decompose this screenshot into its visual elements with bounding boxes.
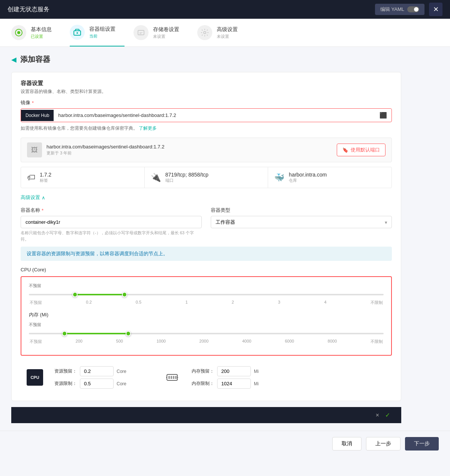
step-advanced-label: 高级设置 [217,26,238,33]
image-required: * [32,100,34,106]
mem-reserve-input[interactable] [217,366,251,376]
use-default-port-label: 使用默认端口 [351,147,380,153]
advanced-settings-toggle[interactable]: 高级设置 ∧ [21,194,392,201]
mem-slider-right-handle[interactable] [126,331,131,336]
mem-reserve-row: 内存预留： Mi [192,366,259,376]
cpu-label: CPU (Core) [21,267,392,272]
step-advanced-icon [197,25,212,40]
image-field-label: 镜像 * [21,99,392,106]
chevron-up-icon: ∧ [42,195,45,201]
tag-label: 标签 [40,178,51,183]
cpu-inputs-group: 资源预留： Core 资源限制： Core [54,366,126,389]
cpu-slider-left-handle[interactable] [72,292,78,297]
container-type-select[interactable]: 工作容器 [211,216,392,228]
mem-tick-5: 4000 [242,339,251,344]
yaml-toggle[interactable] [407,6,419,12]
bottom-cancel-icon[interactable]: × [376,412,379,419]
learn-more-link[interactable]: 了解更多 [139,126,157,131]
card-desc: 设置容器的镜像、名称、类型和计算资源。 [21,88,392,95]
mem-reserve-unit: Mi [254,369,259,374]
step-storage-icon [134,25,148,40]
docker-hub-tag: Docker Hub [21,110,54,121]
step-advanced[interactable]: 高级设置 未设置 [197,19,247,46]
svg-rect-7 [168,376,170,379]
image-meta-row: 🏷 1.7.2 标签 🔌 8719/tcp; 8858/tcp 端口 🐳 har… [21,167,392,188]
step-basic-label: 基本信息 [31,26,52,33]
mem-inputs-group: 内存预留： Mi 内存限制： Mi [192,366,259,389]
mem-tick-4: 2000 [200,339,208,344]
step-basic[interactable]: 基本信息 已设置 [11,19,61,46]
cpu-tick-6: 4 [324,300,327,305]
cpu-reserve-unit: Core [117,369,126,374]
cpu-slider-fill [75,294,124,295]
container-name-input[interactable] [21,216,202,228]
cpu-slider-track[interactable] [29,291,384,298]
port-value: 8719/tcp; 8858/tcp [165,172,208,178]
mem-limit-input[interactable] [217,379,251,389]
svg-point-3 [76,32,78,34]
mem-tick-1: 200 [76,339,82,344]
cpu-slider-right-handle[interactable] [122,292,127,297]
cpu-slider-area: 不预留 不预留 0.2 0.5 1 2 3 4 不限制 [21,276,392,356]
resource-inputs-row: CPU 资源预留： Core 资源限制： Core [21,362,392,393]
mem-limit-label: 内存限制： [192,380,214,387]
step-container[interactable]: 容器组设置 当前 [70,19,124,46]
mem-limit-row: 内存限制： Mi [192,379,259,389]
image-updated: 更新于 3 年前 [46,150,164,156]
container-name-label: 容器名称 * [21,207,202,214]
cpu-limit-row: 资源限制： Core [54,379,126,389]
port-meta-icon: 🔌 [151,173,161,183]
next-button[interactable]: 下一步 [405,437,439,451]
step-container-info: 容器组设置 当前 [89,26,116,39]
header-actions: 编辑 YAML ✕ [375,3,442,16]
step-container-sub: 当前 [89,33,116,39]
port-label: 端口 [165,178,208,183]
svg-point-1 [17,31,20,34]
container-name-hint: 名称只能包含小写字母、数字和连字符（-），必须以小写字母或数字开头和结尾，最长 … [21,230,202,242]
footer-actions: 取消 上一步 下一步 [0,431,450,457]
step-basic-icon [11,25,26,40]
registry-icon: 🐳 [274,173,284,183]
step-advanced-sub: 未设置 [217,34,238,39]
mem-slider-left-handle[interactable] [62,331,67,336]
cpu-slider-row: 不预留 不预留 0.2 0.5 1 2 3 4 不限制 [29,283,384,305]
mem-icon [164,369,180,386]
image-input[interactable] [54,109,375,121]
meta-tag: 🏷 1.7.2 标签 [21,167,145,188]
meta-port: 🔌 8719/tcp; 8858/tcp 端口 [145,167,268,188]
image-label-text: 镜像 [21,99,30,106]
cancel-button[interactable]: 取消 [332,437,362,451]
mem-tick-6: 6000 [285,339,294,344]
cpu-icon-text: CPU [30,375,39,380]
mem-slider-row: 不预留 不预留 200 500 1000 2000 4000 6000 8000 [29,322,384,344]
app-header: 创建无状态服务 编辑 YAML ✕ [0,0,450,19]
resource-hint-bar: 设置容器的资源限制与资源预留，以将容器调度到合适的节点上。 [21,247,392,261]
back-arrow[interactable]: ◀ [11,55,16,64]
yaml-button[interactable]: 编辑 YAML [375,4,424,15]
container-settings-card: 容器设置 设置容器的镜像、名称、类型和计算资源。 镜像 * Docker Hub… [11,72,401,401]
main-content: ◀ 添加容器 容器设置 设置容器的镜像、名称、类型和计算资源。 镜像 * Doc… [0,47,412,431]
use-default-port-button[interactable]: 🔖 使用默认端口 [337,144,386,156]
mem-slider-track[interactable] [29,330,384,337]
close-button[interactable]: ✕ [429,3,442,16]
cpu-limit-input[interactable] [80,379,114,389]
private-hint: 如需使用私有镜像仓库，您需要先创建镜像仓库保密字典。 了解更多 [21,125,392,132]
mem-tick-3: 1000 [157,339,166,344]
step-storage-sub: 未设置 [153,34,179,39]
container-type-col: 容器类型 工作容器 ▾ [211,207,392,242]
prev-button[interactable]: 上一步 [366,437,400,451]
cpu-tick-1: 0.2 [86,300,92,305]
cpu-no-reserve-label: 不预留 [29,283,384,289]
mem-tick-7: 8000 [328,339,337,344]
name-type-row: 容器名称 * 名称只能包含小写字母、数字和连字符（-），必须以小写字母或数字开头… [21,207,392,242]
image-preview-row: 🖼 harbor.intra.com/baseimages/sentinel-d… [21,138,392,162]
step-storage[interactable]: 存储卷设置 未设置 [134,19,188,46]
cpu-reserve-input[interactable] [80,366,114,376]
cpu-tick-0: 不预留 [30,300,42,305]
cpu-limit-label: 资源限制： [54,380,77,387]
svg-rect-9 [173,376,174,379]
image-info: harbor.intra.com/baseimages/sentinel-das… [46,144,164,156]
bottom-confirm-icon[interactable]: ✓ [385,412,390,419]
tag-info: 1.7.2 标签 [40,172,51,183]
svg-point-5 [204,31,206,34]
